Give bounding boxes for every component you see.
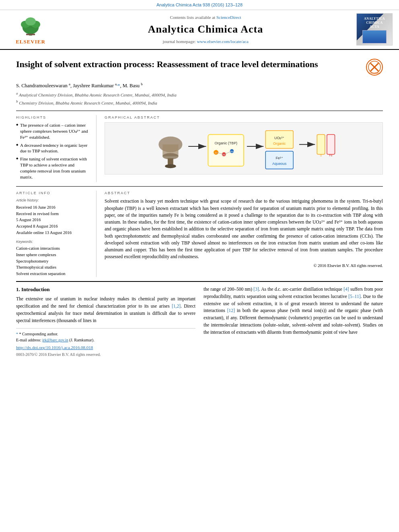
journal-homepage: journal homepage: www.elsevier.com/locat…: [59, 39, 352, 45]
copyright-line: © 2016 Elsevier B.V. All rights reserved…: [105, 263, 383, 269]
received-date: Received 16 June 2016: [16, 204, 91, 211]
article-title: Insight of solvent extraction process: R…: [16, 59, 366, 70]
journal-header-top: Analytica Chimica Acta 938 (2016) 123–12…: [0, 0, 399, 10]
abstract-text: Solvent extraction is hoary yet modern t…: [105, 198, 383, 260]
affiliation-a: a Analytical Chemistry Division, Bhabha …: [16, 91, 383, 98]
svg-text:Aqueous: Aqueous: [272, 162, 287, 166]
svg-point-16: [165, 164, 176, 168]
article-title-section: Insight of solvent extraction process: R…: [16, 56, 383, 78]
introduction-section: 1. Introduction The extensive use of ura…: [16, 286, 383, 357]
svg-text:U: U: [320, 154, 322, 157]
graphical-abstract-column: GRAPHICAL ABSTRACT: [105, 115, 383, 182]
rights-line: 0003-2670/© 2016 Elsevier B.V. All right…: [16, 352, 195, 357]
svg-text:Fe³⁺: Fe³⁺: [276, 156, 283, 160]
svg-text:Fe: Fe: [329, 154, 333, 157]
journal-title: Analytica Chimica Acta: [59, 22, 352, 37]
graphical-abstract-image: Organic (TBP) U Fe TBP: [105, 122, 383, 175]
citation-text: Analytica Chimica Acta 938 (2016) 123–12…: [156, 2, 243, 7]
svg-point-4: [25, 18, 36, 26]
history-label: Article history:: [16, 198, 91, 203]
svg-text:Organic: Organic: [273, 142, 286, 146]
highlights-graphical-section: HIGHLIGHTS The presence of cation – cati…: [16, 115, 383, 182]
intro-left-text: The extensive use of uranium in nuclear …: [16, 296, 195, 324]
email-note: E-mail address: jrk@barc.gov.in (J. Ramk…: [16, 337, 195, 343]
highlights-column: HIGHLIGHTS The presence of cation – cati…: [16, 115, 97, 182]
highlight-item-3: Fine tuning of solvent extraction with T…: [16, 156, 91, 180]
highlight-item-2: A decreased tendency in organic layer du…: [16, 142, 91, 154]
article-history-block: Article history: Received 16 June 2016 R…: [16, 198, 91, 236]
sciencedirect-link: Contents lists available at ScienceDirec…: [59, 14, 352, 21]
intro-heading: 1. Introduction: [16, 286, 195, 293]
keyword-4: Thermophysical studies: [16, 264, 91, 271]
bottom-divider: [16, 281, 383, 282]
intro-right-text: the range of 200–500 nm) [3]. As the d.c…: [204, 286, 383, 336]
svg-text:UO₂²⁺: UO₂²⁺: [274, 136, 284, 140]
svg-rect-34: [265, 151, 293, 169]
crossmark-container: CrossMark: [366, 59, 383, 78]
journal-header: ELSEVIER Contents lists available at Sci…: [0, 10, 399, 49]
divider-mid: [16, 186, 383, 187]
available-date: Available online 13 August 2016: [16, 230, 91, 236]
authors-line: S. Chandramouleeswaran a, Jayshree Ramku…: [16, 82, 383, 90]
svg-rect-19: [208, 135, 244, 166]
keyword-5: Solvent extraction separation: [16, 271, 91, 277]
keyword-3: Spectrophotometry: [16, 258, 91, 265]
homepage-link[interactable]: www.elsevier.com/locate/aca: [197, 39, 248, 44]
accepted-date: Accepted 8 August 2016: [16, 223, 91, 230]
revised-date: Received in revised form5 August 2016: [16, 211, 91, 224]
highlights-label: HIGHLIGHTS: [16, 115, 91, 120]
journal-right-logo: ANALYTICACHIMICAACTA: [356, 13, 393, 45]
svg-text:CrossMark: CrossMark: [368, 72, 380, 74]
highlights-list: The presence of cation – cation inner sp…: [16, 122, 91, 180]
footnote-area: * * Corresponding author. E-mail address…: [16, 328, 195, 357]
highlight-item-1: The presence of cation – cation inner sp…: [16, 122, 91, 140]
keyword-2: Inner sphere complexes: [16, 252, 91, 258]
divider-after-affiliations: [16, 111, 383, 111]
keyword-1: Cation-cation interactions: [16, 245, 91, 252]
elsevier-tree-icon: [14, 13, 47, 37]
affiliation-b: b Chemistry Division, Bhabha Atomic Rese…: [16, 99, 383, 106]
svg-rect-5: [26, 34, 35, 35]
article-info-column: ARTICLE INFO Article history: Received 1…: [16, 191, 97, 277]
intro-left-column: 1. Introduction The extensive use of ura…: [16, 286, 195, 357]
svg-text:Fe: Fe: [222, 153, 225, 156]
svg-rect-39: [317, 135, 325, 154]
journal-cover-thumbnail: ANALYTICACHIMICAACTA: [357, 14, 392, 45]
article-info-abstract-section: ARTICLE INFO Article history: Received 1…: [16, 191, 383, 277]
email-link[interactable]: jrk@barc.gov.in: [42, 338, 68, 342]
graphical-abstract-label: GRAPHICAL ABSTRACT: [105, 115, 383, 120]
crossmark-icon: CrossMark: [366, 59, 383, 76]
svg-text:Organic (TBP): Organic (TBP): [214, 141, 237, 145]
intro-right-column: the range of 200–500 nm) [3]. As the d.c…: [204, 286, 383, 357]
abstract-column: ABSTRACT Solvent extraction is hoary yet…: [105, 191, 383, 277]
keywords-label: Keywords:: [16, 239, 91, 244]
graphical-abstract-svg: Organic (TBP) U Fe TBP: [105, 123, 383, 174]
corresponding-note: * * Corresponding author.: [16, 331, 195, 337]
doi-link[interactable]: http://dx.doi.org/10.1016/j.aca.2016.08.…: [16, 345, 195, 351]
journal-center-header: Contents lists available at ScienceDirec…: [55, 14, 356, 45]
elsevier-brand: ELSEVIER: [16, 38, 45, 45]
affiliations: a Analytical Chemistry Division, Bhabha …: [16, 91, 383, 106]
elsevier-logo: ELSEVIER: [6, 13, 55, 45]
article-info-label: ARTICLE INFO: [16, 191, 91, 196]
svg-rect-41: [327, 135, 335, 154]
main-content: Insight of solvent extraction process: R…: [0, 50, 399, 364]
keywords-block: Keywords: Cation-cation interactions Inn…: [16, 239, 91, 277]
sciencedirect-anchor[interactable]: ScienceDirect: [216, 15, 241, 20]
abstract-label: ABSTRACT: [105, 191, 383, 196]
